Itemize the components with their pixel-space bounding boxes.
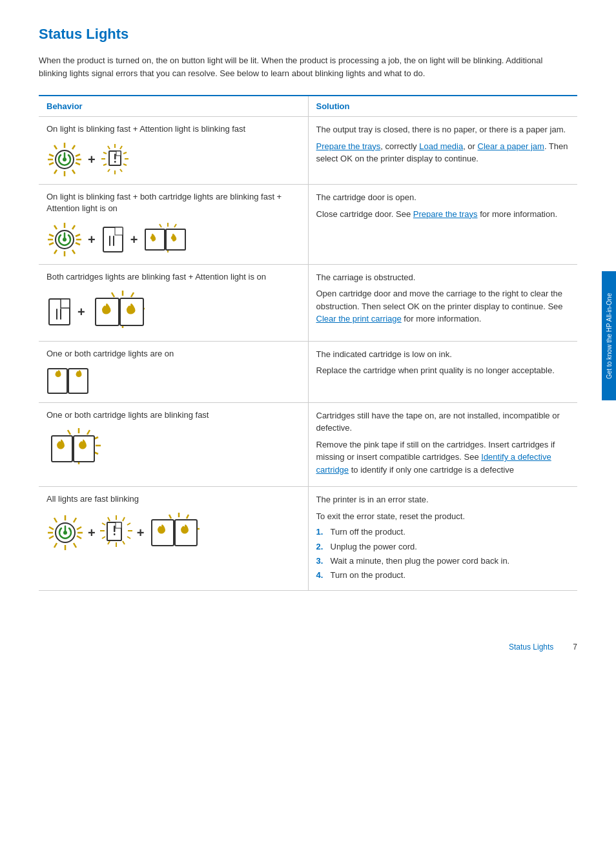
- solution-cell-5: Cartridges still have the tape on, are n…: [308, 402, 577, 487]
- svg-line-22: [103, 164, 107, 165]
- svg-line-24: [103, 152, 107, 154]
- svg-rect-61: [61, 299, 70, 308]
- svg-line-47: [174, 224, 176, 227]
- svg-line-93: [74, 518, 76, 522]
- list-text-4: Turn on the product.: [331, 570, 406, 581]
- dual-cartridge-blink-icon-3: [90, 289, 155, 334]
- icons-row-3: +: [46, 289, 300, 334]
- link-prepare-trays-1[interactable]: Prepare the trays: [316, 141, 381, 151]
- list-item: 4.Turn on the product.: [316, 570, 570, 581]
- cartridge-single-icon-3: [46, 296, 72, 327]
- svg-point-13: [63, 158, 67, 161]
- svg-line-97: [74, 543, 76, 548]
- behavior-text-6: All lights are fast blinking: [46, 493, 300, 505]
- svg-line-41: [54, 225, 57, 229]
- svg-line-111: [123, 541, 125, 544]
- behavior-text-5: One or both cartridge lights are blinkin…: [46, 409, 300, 421]
- solution-text-5: Cartridges still have the tape on, are n…: [316, 409, 570, 477]
- icons-row-6: +: [46, 512, 300, 553]
- svg-line-31: [72, 225, 75, 229]
- svg-line-110: [127, 537, 130, 539]
- svg-point-43: [63, 238, 67, 242]
- svg-point-105: [63, 531, 67, 535]
- svg-line-37: [54, 250, 57, 254]
- svg-line-32: [76, 234, 80, 236]
- table-row: One or both cartridge lights are on: [39, 341, 577, 402]
- svg-line-7: [54, 170, 57, 174]
- svg-rect-119: [116, 522, 121, 528]
- svg-line-99: [54, 543, 57, 548]
- footer-page: 7: [573, 642, 577, 652]
- footer-link[interactable]: Status Lights: [509, 642, 553, 652]
- list-item: 1.Turn off the product.: [316, 526, 570, 538]
- svg-line-94: [77, 527, 81, 529]
- icons-row-1: +: [46, 141, 300, 178]
- table-row: Both cartridges lights are blinking fast…: [39, 264, 577, 341]
- plus-icon-2b: +: [130, 230, 138, 249]
- list-text-1: Turn off the product.: [331, 526, 406, 538]
- list-item: 2.Unplug the power cord.: [316, 541, 570, 553]
- svg-line-57: [159, 224, 161, 227]
- behavior-cell-4: One or both cartridge lights are on: [39, 341, 308, 402]
- link-prepare-trays-2[interactable]: Prepare the trays: [413, 209, 478, 219]
- list-text-2: Unplug the power cord.: [331, 541, 417, 553]
- dual-cartridge-static-icon: [46, 366, 93, 396]
- intro-text: When the product is turned on, the on bu…: [39, 54, 568, 79]
- svg-line-15: [120, 146, 122, 149]
- dual-cartridge-blink-only-icon: [46, 427, 111, 471]
- svg-line-1: [72, 145, 75, 149]
- svg-line-107: [123, 517, 125, 521]
- status-table: Behavior Solution On light is blinking f…: [39, 95, 577, 591]
- page-title: Status Lights: [39, 26, 577, 43]
- side-tab-text: Get to know the HP All-in-One: [605, 293, 613, 378]
- header-solution: Solution: [308, 96, 577, 117]
- svg-rect-29: [114, 161, 116, 163]
- svg-line-11: [54, 145, 57, 149]
- behavior-text-4: One or both cartridge lights are on: [46, 348, 300, 360]
- list-text-3: Wait a minute, then plug the power cord …: [331, 555, 510, 567]
- solution-cell-4: The indicated cartridge is low on ink. R…: [308, 341, 577, 402]
- svg-line-117: [108, 517, 110, 521]
- svg-line-114: [102, 537, 105, 539]
- svg-line-2: [76, 154, 80, 156]
- link-identify-cartridge[interactable]: Identify a defective cartridge: [316, 452, 551, 475]
- solution-text-3: The carriage is obstructed. Open cartrid…: [316, 271, 570, 325]
- svg-line-35: [72, 250, 75, 254]
- svg-line-38: [49, 243, 54, 245]
- behavior-cell-2: On light is blinking fast + both cartrid…: [39, 185, 308, 264]
- behavior-cell-6: All lights are fast blinking: [39, 487, 308, 591]
- behavior-cell-3: Both cartridges lights are blinking fast…: [39, 264, 308, 341]
- list-item: 3.Wait a minute, then plug the power cor…: [316, 555, 570, 567]
- link-load-media[interactable]: Load media: [419, 141, 463, 151]
- svg-line-40: [49, 234, 54, 236]
- behavior-cell-5: One or both cartridge lights are blinkin…: [39, 402, 308, 487]
- svg-line-5: [72, 170, 75, 174]
- plus-icon-2a: +: [88, 230, 96, 249]
- solution-text-2: The cartridge door is open. Close cartri…: [316, 191, 570, 220]
- icons-row-4: [46, 366, 300, 396]
- list-num-4: 4.: [316, 570, 327, 581]
- attention-icon-1: [101, 143, 129, 176]
- power-sun-icon-6: [46, 514, 84, 551]
- side-tab: Get to know the HP All-in-One: [602, 271, 616, 400]
- svg-line-79: [87, 430, 90, 435]
- svg-rect-27: [116, 151, 121, 156]
- svg-line-96: [77, 536, 81, 539]
- header-behavior: Behavior: [39, 96, 308, 117]
- cartridge-single-icon-2: [101, 225, 125, 254]
- table-row: On light is blinking fast + Attention li…: [39, 117, 577, 185]
- svg-line-4: [76, 163, 80, 165]
- list-num-2: 2.: [316, 541, 327, 553]
- link-clear-jam[interactable]: Clear a paper jam: [478, 141, 544, 151]
- table-row: One or both cartridge lights are blinkin…: [39, 402, 577, 487]
- behavior-text-1: On light is blinking fast + Attention li…: [46, 123, 300, 135]
- attention-sun-icon-6: [99, 515, 133, 551]
- svg-line-116: [102, 523, 105, 525]
- table-row: On light is blinking fast + both cartrid…: [39, 185, 577, 264]
- power-sun-icon-2: [46, 221, 83, 258]
- svg-rect-121: [114, 533, 116, 535]
- table-row: All lights are fast blinking: [39, 487, 577, 591]
- icons-row-2: + +: [46, 221, 300, 258]
- solution-text-6: The printer is in an error state. To exi…: [316, 493, 570, 581]
- link-clear-carriage[interactable]: Clear the print carriage: [316, 314, 402, 324]
